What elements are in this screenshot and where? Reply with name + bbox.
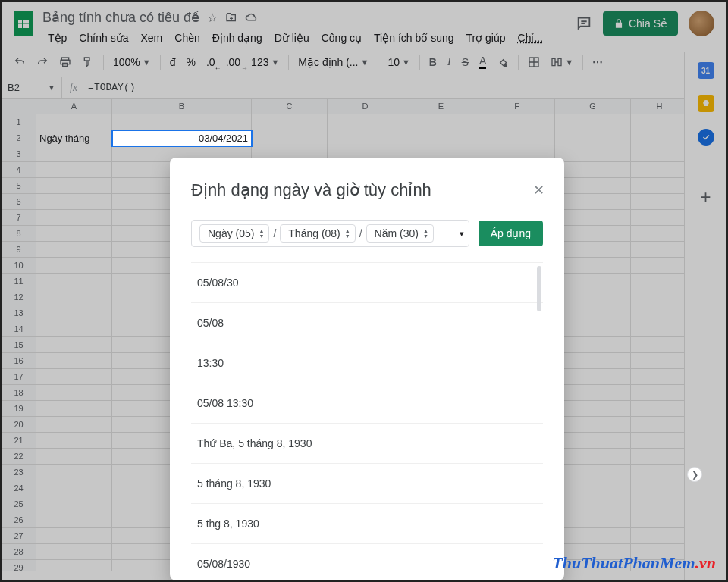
custom-datetime-modal: Định dạng ngày và giờ tùy chỉnh ✕ Ngày (… — [170, 158, 564, 580]
format-option[interactable]: 05/08/30 — [191, 263, 543, 303]
format-option[interactable]: 05/08 13:30 — [191, 383, 543, 424]
scrollbar-thumb[interactable] — [537, 266, 541, 311]
collapse-side-panel-icon[interactable]: ❯ — [687, 467, 702, 482]
chip-month[interactable]: Tháng (08)▲▼ — [280, 224, 355, 242]
format-option[interactable]: 05/08 — [191, 303, 543, 343]
format-option[interactable]: 5 tháng 8, 1930 — [191, 464, 543, 504]
format-option[interactable]: 05/08/1930 — [191, 544, 543, 580]
chip-day[interactable]: Ngày (05)▲▼ — [199, 224, 269, 242]
cell-B2[interactable]: 03/04/2021 — [112, 130, 252, 146]
chip-year[interactable]: Năm (30)▲▼ — [366, 224, 434, 242]
format-option[interactable]: Thứ Ba, 5 tháng 8, 1930 — [191, 424, 543, 464]
format-list[interactable]: 05/08/30 05/08 13:30 05/08 13:30 Thứ Ba,… — [191, 262, 543, 580]
combo-dropdown-icon[interactable]: ▾ — [460, 229, 464, 239]
close-icon[interactable]: ✕ — [530, 179, 548, 202]
modal-title: Định dạng ngày và giờ tùy chỉnh — [191, 180, 431, 200]
apply-button[interactable]: Áp dụng — [479, 221, 543, 246]
watermark: ThuThuatPhanMem.vn — [552, 553, 716, 573]
format-option[interactable]: 13:30 — [191, 343, 543, 383]
format-option[interactable]: 5 thg 8, 1930 — [191, 504, 543, 544]
format-combo-box[interactable]: Ngày (05)▲▼ / Tháng (08)▲▼ / Năm (30)▲▼ … — [191, 220, 469, 247]
